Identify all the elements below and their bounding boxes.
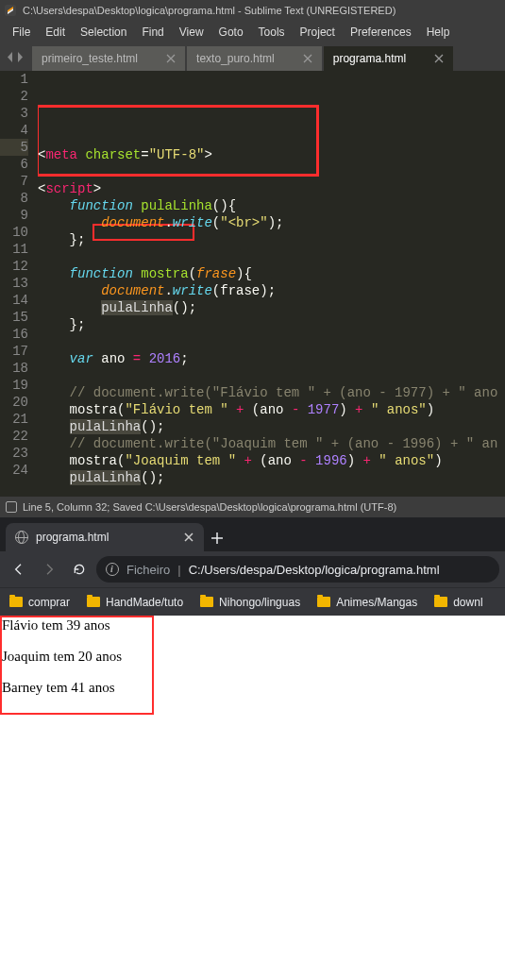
panel-toggle-icon[interactable] — [6, 501, 17, 513]
back-button[interactable] — [6, 556, 32, 583]
close-icon[interactable] — [183, 532, 194, 543]
status-text: Line 5, Column 32; Saved C:\Users\despa\… — [23, 501, 396, 513]
globe-icon — [15, 531, 28, 544]
tab-label: programa.html — [333, 52, 406, 65]
tab-label: primeiro_teste.html — [42, 52, 138, 65]
bookmark-label: HandMade/tuto — [106, 596, 183, 609]
omnibox-scheme-label: Ficheiro — [126, 563, 170, 577]
menu-item-preferences[interactable]: Preferences — [344, 23, 418, 42]
menu-item-edit[interactable]: Edit — [39, 23, 72, 42]
menu-item-find[interactable]: Find — [135, 23, 170, 42]
bookmark-folder[interactable]: Animes/Mangas — [317, 596, 417, 609]
close-icon[interactable] — [166, 54, 176, 63]
folder-icon — [9, 597, 23, 607]
bookmarks-bar: comprar HandMade/tuto Nihongo/linguas An… — [0, 587, 505, 616]
menu-item-help[interactable]: Help — [420, 23, 457, 42]
code-area[interactable]: <meta charset="UTF-8"><script> function … — [38, 71, 505, 497]
browser-tab-active[interactable]: programa.html — [6, 523, 204, 551]
editor-tab[interactable]: primeiro_teste.html — [32, 46, 185, 71]
tab-bar: primeiro_teste.html texto_puro.html prog… — [0, 42, 505, 71]
sublime-logo-icon — [4, 4, 17, 17]
menu-item-tools[interactable]: Tools — [252, 23, 292, 42]
menu-item-project[interactable]: Project — [294, 23, 342, 42]
bookmark-folder[interactable]: HandMade/tuto — [87, 596, 183, 609]
menu-item-selection[interactable]: Selection — [74, 23, 133, 42]
forward-button — [36, 556, 62, 583]
menu-item-view[interactable]: View — [173, 23, 210, 42]
browser-tab-title: programa.html — [36, 531, 109, 544]
line-number-gutter: 123456789101112131415161718192021222324 — [0, 71, 38, 497]
bookmark-label: Animes/Mangas — [336, 596, 417, 609]
omnibox-separator: | — [177, 563, 180, 577]
menu-bar: File Edit Selection Find View Goto Tools… — [0, 21, 505, 42]
code-editor[interactable]: 123456789101112131415161718192021222324 … — [0, 71, 505, 497]
folder-icon — [434, 597, 447, 607]
window-title-bar: C:\Users\despa\Desktop\logica\programa.h… — [0, 0, 505, 21]
folder-icon — [87, 597, 100, 607]
close-icon[interactable] — [434, 54, 444, 63]
tab-label: texto_puro.html — [196, 52, 275, 65]
browser-toolbar: Ficheiro | C:/Users/despa/Desktop/logica… — [0, 551, 505, 587]
browser-tab-strip: programa.html — [0, 517, 505, 551]
menu-item-file[interactable]: File — [6, 23, 37, 42]
bookmark-label: Nihongo/linguas — [219, 596, 300, 609]
address-bar[interactable]: Ficheiro | C:/Users/despa/Desktop/logica… — [96, 556, 499, 583]
menu-item-goto[interactable]: Goto — [212, 23, 250, 42]
bookmark-label: comprar — [28, 596, 70, 609]
editor-tab-active[interactable]: programa.html — [324, 46, 453, 71]
window-title-text: C:\Users\despa\Desktop\logica\programa.h… — [23, 5, 396, 16]
tab-history-forward-icon[interactable] — [16, 51, 25, 65]
status-bar: Line 5, Column 32; Saved C:\Users\despa\… — [0, 497, 505, 517]
bookmark-folder[interactable]: downl — [434, 596, 482, 609]
folder-icon — [200, 597, 213, 607]
bookmark-folder[interactable]: comprar — [9, 596, 70, 609]
folder-icon — [317, 597, 330, 607]
editor-tab[interactable]: texto_puro.html — [187, 46, 322, 71]
annotation-box — [0, 616, 154, 715]
page-content: Flávio tem 39 anos Joaquim tem 20 anos B… — [0, 616, 505, 980]
site-info-icon[interactable] — [106, 563, 119, 576]
omnibox-url: C:/Users/despa/Desktop/logica/programa.h… — [189, 563, 440, 577]
new-tab-button[interactable] — [204, 525, 230, 551]
bookmark-label: downl — [453, 596, 482, 609]
reload-button[interactable] — [66, 556, 93, 583]
bookmark-folder[interactable]: Nihongo/linguas — [200, 596, 300, 609]
close-icon[interactable] — [303, 54, 312, 63]
tab-history-back-icon[interactable] — [6, 51, 14, 65]
